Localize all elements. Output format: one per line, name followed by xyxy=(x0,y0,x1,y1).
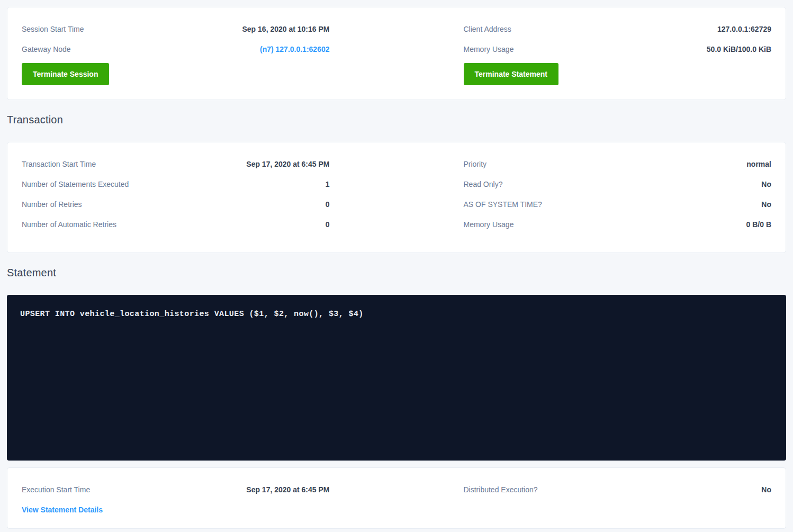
terminate-statement-button[interactable]: Terminate Statement xyxy=(464,63,558,85)
value-as-of-system-time: No xyxy=(761,200,771,209)
statement-section-heading: Statement xyxy=(7,265,786,281)
execution-card: Execution Start TimeSep 17, 2020 at 6:45… xyxy=(7,467,786,529)
label-as-of-system-time: AS OF SYSTEM TIME? xyxy=(464,200,542,209)
info-row-number-of-automatic-retries: Number of Automatic Retries0 xyxy=(22,214,330,235)
execution-card-left-column: Execution Start TimeSep 17, 2020 at 6:45… xyxy=(22,480,330,520)
label-execution-start-time: Execution Start Time xyxy=(22,485,90,494)
info-row-session-start-time: Session Start TimeSep 16, 2020 at 10:16 … xyxy=(22,19,330,39)
session-details-page: Session Start TimeSep 16, 2020 at 10:16 … xyxy=(0,0,793,532)
value-transaction-start-time: Sep 17, 2020 at 6:45 PM xyxy=(246,160,329,168)
label-read-only: Read Only? xyxy=(464,180,503,188)
label-memory-usage: Memory Usage xyxy=(464,45,514,53)
value-read-only: No xyxy=(761,180,771,188)
session-card-left-column: Session Start TimeSep 16, 2020 at 10:16 … xyxy=(22,19,330,85)
transaction-card: Transaction Start TimeSep 17, 2020 at 6:… xyxy=(7,142,786,253)
info-row-transaction-start-time: Transaction Start TimeSep 17, 2020 at 6:… xyxy=(22,154,330,174)
info-row-distributed-execution: Distributed Execution?No xyxy=(464,480,772,500)
value-number-of-statements-executed: 1 xyxy=(326,180,330,188)
transaction-card-right-column: PrioritynormalRead Only?NoAS OF SYSTEM T… xyxy=(464,154,772,235)
statement-sql-text: UPSERT INTO vehicle_location_histories V… xyxy=(20,310,773,319)
value-gateway-node[interactable]: (n7) 127.0.0.1:62602 xyxy=(260,45,330,53)
label-distributed-execution: Distributed Execution? xyxy=(464,485,538,494)
session-card-right-column: Client Address127.0.0.1:62729Memory Usag… xyxy=(464,19,772,85)
session-card: Session Start TimeSep 16, 2020 at 10:16 … xyxy=(7,7,786,100)
info-row-number-of-retries: Number of Retries0 xyxy=(22,194,330,214)
terminate-session-button[interactable]: Terminate Session xyxy=(22,63,109,85)
value-memory-usage: 50.0 KiB/100.0 KiB xyxy=(707,45,771,53)
value-distributed-execution: No xyxy=(761,485,771,494)
info-row-priority: Prioritynormal xyxy=(464,154,772,174)
view-statement-details-link[interactable]: View Statement Details xyxy=(22,506,103,514)
label-number-of-retries: Number of Retries xyxy=(22,200,82,209)
statement-sql-box: UPSERT INTO vehicle_location_histories V… xyxy=(7,295,786,461)
value-session-start-time: Sep 16, 2020 at 10:16 PM xyxy=(242,25,330,33)
info-row-number-of-statements-executed: Number of Statements Executed1 xyxy=(22,174,330,194)
value-number-of-automatic-retries: 0 xyxy=(326,220,330,229)
info-row-as-of-system-time: AS OF SYSTEM TIME?No xyxy=(464,194,772,214)
info-row-read-only: Read Only?No xyxy=(464,174,772,194)
label-transaction-start-time: Transaction Start Time xyxy=(22,160,96,168)
value-memory-usage: 0 B/0 B xyxy=(746,220,771,229)
execution-card-right-column: Distributed Execution?No xyxy=(464,480,772,520)
value-number-of-retries: 0 xyxy=(326,200,330,209)
info-row-memory-usage: Memory Usage0 B/0 B xyxy=(464,214,772,235)
value-execution-start-time: Sep 17, 2020 at 6:45 PM xyxy=(246,485,329,494)
value-priority: normal xyxy=(746,160,771,168)
label-number-of-automatic-retries: Number of Automatic Retries xyxy=(22,220,116,229)
label-client-address: Client Address xyxy=(464,25,511,33)
label-priority: Priority xyxy=(464,160,487,168)
transaction-card-left-column: Transaction Start TimeSep 17, 2020 at 6:… xyxy=(22,154,330,235)
view-statement-details-row: View Statement Details xyxy=(22,500,330,520)
info-row-memory-usage: Memory Usage50.0 KiB/100.0 KiB xyxy=(464,39,772,59)
transaction-section-heading: Transaction xyxy=(7,112,786,128)
label-session-start-time: Session Start Time xyxy=(22,25,84,33)
info-row-execution-start-time: Execution Start TimeSep 17, 2020 at 6:45… xyxy=(22,480,330,500)
label-gateway-node: Gateway Node xyxy=(22,45,71,53)
label-memory-usage: Memory Usage xyxy=(464,220,514,229)
info-row-gateway-node: Gateway Node(n7) 127.0.0.1:62602 xyxy=(22,39,330,59)
value-client-address: 127.0.0.1:62729 xyxy=(717,25,771,33)
info-row-client-address: Client Address127.0.0.1:62729 xyxy=(464,19,772,39)
label-number-of-statements-executed: Number of Statements Executed xyxy=(22,180,129,188)
